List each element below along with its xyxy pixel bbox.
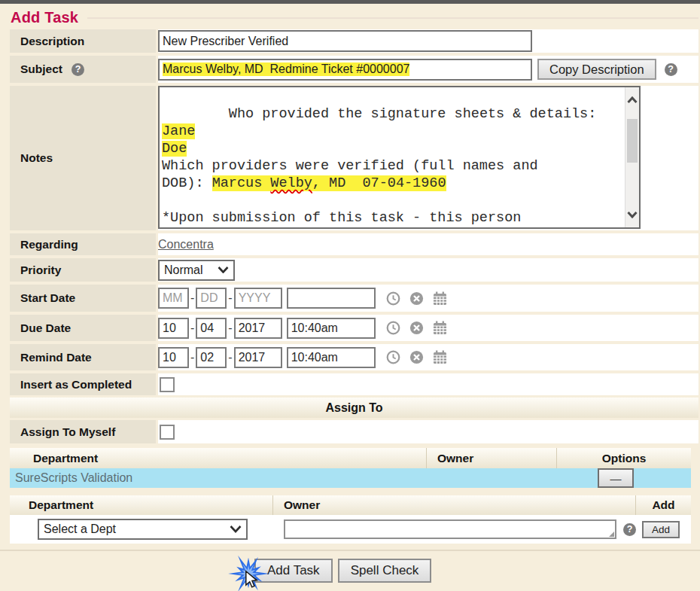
- notes-row: Notes Who provided the signature sheets …: [10, 86, 698, 230]
- subject-highlighted-text: Marcus Welby, MD Redmine Ticket #0000007: [163, 62, 409, 76]
- regarding-row: Regarding Concentra: [10, 233, 698, 255]
- due-year-input[interactable]: [234, 318, 282, 339]
- clock-icon[interactable]: [386, 291, 400, 306]
- department-select[interactable]: Select a Dept: [38, 519, 248, 540]
- remove-department-button[interactable]: —: [598, 468, 634, 488]
- clock-icon[interactable]: [386, 321, 400, 335]
- start-year-input[interactable]: [234, 288, 282, 309]
- calendar-icon[interactable]: [433, 350, 447, 364]
- description-input[interactable]: New Prescriber Verified: [158, 30, 532, 52]
- assign-myself-row: Assign To Myself: [10, 420, 698, 443]
- regarding-link[interactable]: Concentra: [158, 238, 214, 251]
- assign-to-section-header: Assign To: [10, 398, 698, 418]
- assigned-departments-table: Department Owner Options SureScripts Val…: [10, 448, 691, 488]
- add-department-button[interactable]: Add: [642, 521, 680, 538]
- table-row: SureScripts Validation —: [10, 468, 691, 488]
- date-separator: [228, 321, 232, 335]
- priority-row: Priority Normal: [10, 258, 698, 282]
- column-header-owner: Owner: [272, 495, 635, 515]
- add-task-button[interactable]: Add Task: [254, 559, 333, 583]
- description-label: Description: [10, 29, 156, 53]
- start-date-label: Start Date: [10, 285, 156, 312]
- add-department-table: Department Owner Add Select a Dept ? Add: [10, 495, 691, 544]
- assign-myself-checkbox[interactable]: [160, 425, 175, 440]
- scrollbar-thumb[interactable]: [627, 119, 638, 163]
- assigned-department-name: SureScripts Validation: [10, 471, 431, 485]
- insert-completed-checkbox[interactable]: [160, 377, 175, 392]
- insert-completed-row: Insert as Completed: [10, 373, 698, 395]
- clear-date-icon[interactable]: [409, 350, 424, 364]
- start-date-row: Start Date: [10, 285, 698, 312]
- date-separator: [228, 291, 232, 305]
- remind-date-label: Remind Date: [10, 344, 156, 370]
- notes-label: Notes: [10, 86, 156, 230]
- remind-day-input[interactable]: [196, 347, 227, 368]
- date-separator: [190, 291, 194, 305]
- title-divider: [87, 17, 698, 19]
- subject-row: Subject ? Marcus Welby, MD Redmine Ticke…: [10, 56, 698, 83]
- subject-input[interactable]: Marcus Welby, MD Redmine Ticket #0000007: [158, 59, 532, 81]
- calendar-icon[interactable]: [433, 321, 447, 335]
- column-header-add: Add: [635, 495, 691, 515]
- due-date-label: Due Date: [10, 315, 156, 341]
- scroll-down-icon[interactable]: [627, 211, 638, 218]
- owner-input[interactable]: [284, 519, 616, 539]
- assign-myself-label: Assign To Myself: [10, 420, 156, 443]
- remind-time-input[interactable]: [287, 347, 376, 368]
- remind-year-input[interactable]: [234, 347, 282, 368]
- notes-scrollbar[interactable]: [625, 87, 639, 227]
- notes-textarea[interactable]: Who provided the signature sheets & deta…: [158, 86, 641, 229]
- column-header-owner: Owner: [426, 448, 556, 468]
- date-separator: [190, 321, 194, 335]
- calendar-icon[interactable]: [433, 291, 447, 306]
- clear-date-icon[interactable]: [409, 291, 424, 306]
- start-day-input[interactable]: [196, 288, 227, 309]
- due-day-input[interactable]: [196, 318, 227, 339]
- due-date-row: Due Date: [10, 315, 698, 341]
- insert-completed-label: Insert as Completed: [10, 373, 156, 395]
- chevron-down-icon: [218, 267, 229, 273]
- page-title: Add Task: [11, 9, 78, 26]
- description-row: Description New Prescriber Verified: [10, 29, 698, 53]
- add-task-form: Description New Prescriber Verified Subj…: [0, 29, 700, 395]
- regarding-label: Regarding: [10, 233, 156, 255]
- clear-date-icon[interactable]: [409, 321, 424, 335]
- priority-select[interactable]: Normal: [158, 260, 235, 281]
- owner-help-icon[interactable]: ?: [623, 523, 636, 536]
- priority-label: Priority: [10, 258, 156, 282]
- start-time-input[interactable]: [287, 288, 376, 309]
- subject-label: Subject: [20, 62, 62, 76]
- spell-check-button[interactable]: Spell Check: [338, 559, 432, 583]
- due-time-input[interactable]: [287, 318, 376, 339]
- scroll-up-icon[interactable]: [627, 96, 638, 104]
- date-separator: [190, 351, 194, 364]
- copy-description-help-icon[interactable]: ?: [665, 63, 677, 76]
- column-header-department: Department: [10, 498, 272, 512]
- date-separator: [228, 351, 232, 364]
- due-month-input[interactable]: [158, 318, 189, 339]
- notes-content: Who provided the signature sheets & deta…: [162, 106, 604, 229]
- start-month-input[interactable]: [158, 288, 189, 309]
- clock-icon[interactable]: [386, 350, 400, 364]
- copy-description-button[interactable]: Copy Description: [537, 59, 656, 80]
- remind-month-input[interactable]: [158, 347, 189, 368]
- column-header-department: Department: [10, 452, 426, 465]
- subject-help-icon[interactable]: ?: [72, 63, 84, 76]
- remind-date-row: Remind Date: [10, 344, 698, 370]
- column-header-options: Options: [556, 448, 691, 468]
- chevron-down-icon: [230, 526, 242, 533]
